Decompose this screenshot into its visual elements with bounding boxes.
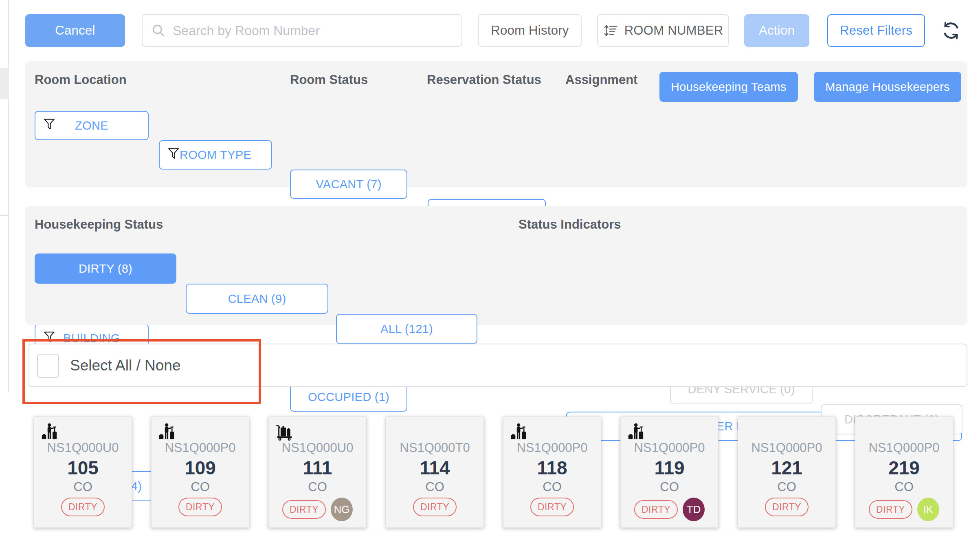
left-sidebar-fragment <box>0 68 9 99</box>
departing-guest-icon <box>41 423 59 443</box>
refresh-icon[interactable] <box>940 20 962 43</box>
room-card[interactable]: NS1Q000P0 109 CO DIRTY <box>151 417 249 528</box>
room-status-row: DIRTY <box>152 498 249 516</box>
room-type-code: NS1Q000U0 <box>34 441 132 455</box>
reset-filters-label: Reset Filters <box>840 23 912 38</box>
room-card[interactable]: NS1Q000U0 105 CO DIRTY <box>34 417 132 528</box>
filters-panel: Room Location Room Status Reservation St… <box>25 61 967 187</box>
building-filter-label: BUILDING <box>63 332 120 345</box>
room-number: 119 <box>621 457 718 479</box>
room-number: 114 <box>386 457 483 479</box>
room-card[interactable]: NS1Q000U0 111 CO DIRTY NG <box>268 417 367 528</box>
cancel-button[interactable]: Cancel <box>25 14 125 47</box>
room-status-row: DIRTY <box>738 498 835 516</box>
cancel-button-label: Cancel <box>55 23 95 38</box>
sort-icon <box>603 23 619 38</box>
search-icon <box>152 24 165 37</box>
room-number: 121 <box>738 457 835 479</box>
action-button-label: Action <box>759 23 795 38</box>
room-type-filter-label: ROOM TYPE <box>180 148 251 162</box>
sort-by-label: ROOM NUMBER <box>624 23 723 38</box>
all-filter-button[interactable]: ALL (121) <box>336 314 477 344</box>
luggage-cart-icon <box>275 423 294 443</box>
reset-filters-button[interactable]: Reset Filters <box>827 14 925 47</box>
housekeeping-status-title: Housekeeping Status <box>35 217 163 232</box>
reservation-status-title: Reservation Status <box>427 73 541 87</box>
room-status-pill: DIRTY <box>765 498 809 516</box>
room-card[interactable]: NS1Q000T0 114 CO DIRTY <box>386 417 484 528</box>
search-input-container <box>142 14 462 47</box>
room-status-row: DIRTY TD <box>621 498 718 521</box>
room-status-row: DIRTY <box>34 498 132 516</box>
housekeeping-room-assignment-screen: Cancel Room History ROOM NUMBER <box>0 0 980 551</box>
reservation-code: CO <box>386 480 483 494</box>
vacant-filter-label: VACANT (7) <box>316 178 381 191</box>
room-type-code: NS1Q000T0 <box>386 441 483 455</box>
departing-guest-icon <box>158 423 177 443</box>
room-type-code: NS1Q000P0 <box>855 441 953 455</box>
room-status-row: DIRTY <box>503 498 601 516</box>
reservation-code: CO <box>269 480 366 494</box>
room-type-code: NS1Q000P0 <box>738 441 835 455</box>
room-card[interactable]: NS1Q000P0 219 CO DIRTY IK <box>855 417 953 528</box>
sort-by-button[interactable]: ROOM NUMBER <box>597 14 729 47</box>
room-number: 219 <box>855 457 953 479</box>
room-history-label: Room History <box>491 23 569 38</box>
room-status-row: DIRTY <box>386 498 483 516</box>
room-status-pill: DIRTY <box>413 498 457 516</box>
all-filter-label: ALL (121) <box>380 322 433 336</box>
search-input[interactable] <box>172 23 453 39</box>
select-all-checkbox[interactable] <box>37 354 59 378</box>
room-status-title: Room Status <box>290 73 368 87</box>
select-all-label: Select All / None <box>70 357 180 374</box>
zone-filter-label: ZONE <box>75 119 108 132</box>
room-number: 118 <box>503 457 601 479</box>
reservation-code: CO <box>738 480 835 494</box>
room-type-code: NS1Q000P0 <box>152 441 249 455</box>
room-number: 105 <box>34 457 132 479</box>
reservation-code: CO <box>503 480 601 494</box>
housekeeping-status-panel: Housekeeping Status Status Indicators DI… <box>25 206 967 325</box>
room-type-code: NS1Q000P0 <box>503 441 601 455</box>
manage-housekeepers-button[interactable]: Manage Housekeepers <box>814 72 961 102</box>
housekeeping-teams-label: Housekeeping Teams <box>671 80 787 94</box>
select-all-bar: Select All / None <box>28 344 967 387</box>
room-card[interactable]: NS1Q000P0 118 CO DIRTY <box>503 417 601 528</box>
dirty-filter-label: DIRTY (8) <box>79 262 132 276</box>
dirty-filter-button-selected[interactable]: DIRTY (8) <box>35 253 176 284</box>
zone-filter-button[interactable]: ZONE <box>35 111 149 140</box>
status-indicators-title: Status Indicators <box>519 217 621 232</box>
room-number: 111 <box>269 457 366 479</box>
housekeeping-teams-button[interactable]: Housekeeping Teams <box>659 72 798 102</box>
room-card[interactable]: NS1Q000P0 121 CO DIRTY <box>738 417 836 528</box>
room-type-code: NS1Q000U0 <box>269 441 366 455</box>
room-status-pill: DIRTY <box>178 498 222 516</box>
clean-filter-button[interactable]: CLEAN (9) <box>186 284 328 314</box>
action-button[interactable]: Action <box>744 14 809 47</box>
room-card[interactable]: NS1Q000P0 119 CO DIRTY TD <box>620 417 719 528</box>
reservation-code: CO <box>621 480 718 494</box>
room-status-row: DIRTY IK <box>855 498 953 521</box>
vacant-filter-button[interactable]: VACANT (7) <box>290 170 407 199</box>
room-history-button[interactable]: Room History <box>478 14 582 47</box>
room-status-pill: DIRTY <box>530 498 574 516</box>
room-number: 109 <box>152 457 249 479</box>
room-location-title: Room Location <box>35 73 127 87</box>
room-type-filter-button[interactable]: ROOM TYPE <box>159 140 272 170</box>
departing-guest-icon <box>627 423 646 443</box>
left-divider-tick <box>0 215 9 216</box>
housekeeper-badge: TD <box>683 498 705 521</box>
assignment-title: Assignment <box>565 73 637 87</box>
reservation-code: CO <box>152 480 249 494</box>
room-type-code: NS1Q000P0 <box>621 441 718 455</box>
room-status-pill: DIRTY <box>282 500 326 519</box>
housekeeper-badge: IK <box>917 498 939 521</box>
funnel-icon <box>44 118 55 133</box>
room-status-pill: DIRTY <box>61 498 105 516</box>
room-status-row: DIRTY NG <box>269 498 366 521</box>
occupied-filter-label: OCCUPIED (1) <box>308 390 389 404</box>
reservation-code: CO <box>34 480 132 494</box>
room-status-pill: DIRTY <box>869 500 912 519</box>
departing-guest-icon <box>510 423 529 443</box>
housekeeper-badge: NG <box>331 498 353 521</box>
